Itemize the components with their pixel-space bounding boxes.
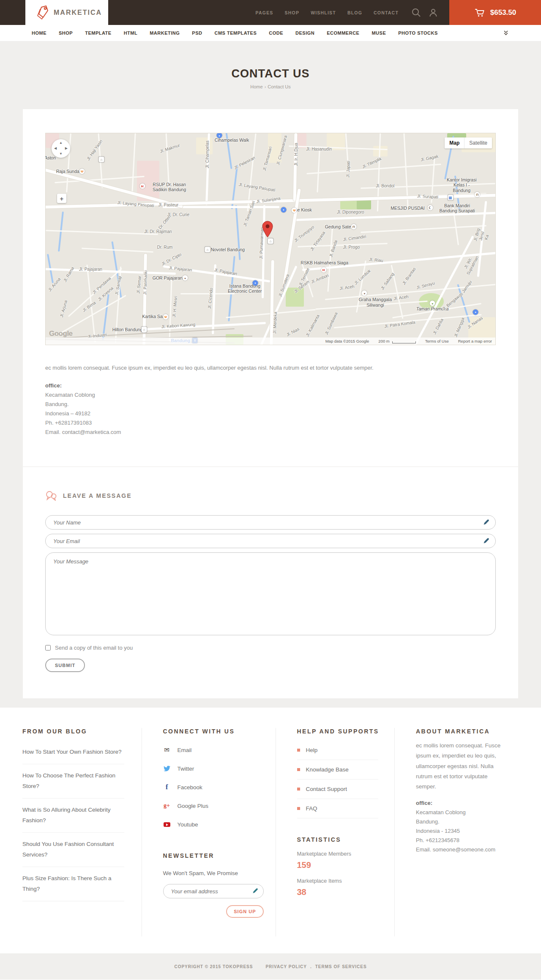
report-map-error-link[interactable]: Report a map error: [458, 339, 492, 343]
topnav-contact[interactable]: CONTACT: [374, 10, 399, 15]
message-textarea[interactable]: [45, 552, 496, 635]
map-label: Jl. Sabang: [380, 272, 395, 291]
restaurant-poi-icon: Ψ: [163, 314, 169, 320]
about-office-block: office: Kecamatan Coblong Bandung. Indon…: [416, 799, 507, 854]
leave-message-heading: LEAVE A MESSAGE: [45, 491, 496, 501]
breadcrumb-home[interactable]: Home: [250, 84, 262, 89]
privacy-policy-link[interactable]: PRIVACY POLICY: [265, 964, 307, 969]
menu-photo-stocks[interactable]: PHOTO STOCKS: [398, 30, 438, 36]
map-label: Jl. Bima: [82, 300, 97, 313]
shop-poi-icon: ●: [473, 309, 478, 315]
user-icon[interactable]: [428, 8, 438, 18]
map-label: Jl. H. Mesri: [172, 296, 178, 318]
google-map[interactable]: AstonRaja SundaJl. Haji YasinJl. MakmurJ…: [45, 133, 496, 345]
menu-design[interactable]: DESIGN: [295, 30, 314, 36]
square-bullet-icon: [297, 768, 300, 771]
google-plus-icon: g+: [163, 802, 171, 809]
menu-shop[interactable]: SHOP: [59, 30, 73, 36]
map-data-text: Map data ©2015 Google: [325, 339, 369, 343]
help-link[interactable]: Help: [297, 741, 378, 760]
send-copy-checkbox[interactable]: [45, 645, 51, 651]
blog-link[interactable]: Should You Use Fashion Consultant Servic…: [22, 833, 124, 867]
topnav-blog[interactable]: BLOG: [347, 10, 362, 15]
social-facebook[interactable]: f Facebook: [163, 778, 264, 796]
connect-heading: CONNECT WITH US: [163, 728, 264, 735]
cart-button[interactable]: $653.50: [449, 0, 541, 25]
map-label: Jl. Cihampelas: [205, 140, 210, 168]
map-label: Jl. Arjuna: [59, 300, 68, 318]
name-input[interactable]: [45, 515, 496, 530]
menu-cms-templates[interactable]: CMS TEMPLATES: [214, 30, 257, 36]
map-label: Jl. Brig Jend Ka: [473, 227, 491, 244]
office-line: Bandung.: [45, 400, 496, 409]
menu-ecommerce[interactable]: ECOMMERCE: [327, 30, 359, 36]
social-google-plus[interactable]: g+ Google Plus: [163, 796, 264, 815]
map-label: Dr. Otten: [157, 214, 172, 230]
sign-up-button[interactable]: SIGN UP: [226, 905, 263, 918]
pen-icon: [483, 538, 489, 546]
map-type-map-button[interactable]: Map: [445, 137, 464, 148]
pan-right-icon[interactable]: ▶: [65, 147, 68, 150]
blog-link[interactable]: What is So Alluring About Celebrity Fash…: [22, 799, 124, 833]
topnav-wishlist[interactable]: WISHLIST: [311, 10, 336, 15]
office-line: Email. contact@marketica.com: [45, 428, 496, 437]
topnav-pages[interactable]: PAGES: [256, 10, 273, 15]
copyright-text: COPYRIGHT © 2015 TOKOPRESS: [174, 964, 253, 969]
search-icon[interactable]: [411, 8, 421, 18]
menu-psd[interactable]: PSD: [192, 30, 202, 36]
menu-muse[interactable]: MUSE: [372, 30, 386, 36]
map-label: Jl. Pajajaran: [79, 267, 102, 272]
map-label: Jl. Aceh: [393, 294, 408, 302]
leave-message-title: LEAVE A MESSAGE: [63, 492, 132, 499]
newsletter-block: NEWSLETTER We Won't Spam, We Promise SIG…: [163, 852, 264, 898]
map-label: Jl. Serayu: [416, 280, 435, 290]
help-link[interactable]: Contact Support: [297, 780, 378, 799]
pan-left-icon[interactable]: ◀: [54, 147, 57, 150]
social-youtube[interactable]: Youtube: [163, 815, 264, 834]
map-label: Jl. Lombok: [353, 268, 372, 285]
newsletter-tagline: We Won't Spam, We Promise: [163, 870, 264, 876]
map-marker-pin[interactable]: [262, 221, 273, 239]
map-label: Jl. Dr. Rajiman: [144, 229, 172, 234]
twitter-icon: [163, 766, 171, 771]
map-label: RSUP Dr. Hasan Sadikin Bandung: [153, 182, 186, 192]
menu-html[interactable]: HTML: [124, 30, 138, 36]
help-link[interactable]: Knowladge Base: [297, 760, 378, 780]
hotel-poi-icon: ⌂: [205, 247, 210, 253]
social-email[interactable]: ✉ Email: [163, 741, 264, 759]
map-zoom-in-button[interactable]: +: [57, 194, 66, 203]
menu-marketing[interactable]: MARKETING: [150, 30, 180, 36]
menu-code[interactable]: CODE: [269, 30, 283, 36]
breadcrumb-current: Contact Us: [268, 84, 290, 89]
map-label: Jl. Sulanjana: [256, 196, 280, 204]
shop-poi-icon: ●: [281, 207, 286, 212]
terms-of-use-link[interactable]: Terms of Use: [425, 339, 449, 343]
submit-button[interactable]: SUBMIT: [45, 659, 85, 672]
map-label: Jl. Aceh: [339, 284, 355, 291]
help-link[interactable]: FAQ: [297, 799, 378, 818]
topnav-shop[interactable]: SHOP: [285, 10, 300, 15]
chevron-down-icon[interactable]: [503, 30, 509, 36]
pan-down-icon[interactable]: ▼: [59, 152, 63, 156]
menu-template[interactable]: TEMPLATE: [85, 30, 111, 36]
email-input[interactable]: [45, 534, 496, 548]
blog-link[interactable]: How To Start Your Own Fashion Store?: [22, 741, 124, 764]
dot-poi-icon: ●: [182, 275, 188, 280]
statistics-block: STATISTICS Marketplace Members 159 Marke…: [297, 836, 383, 897]
pan-up-icon[interactable]: ▲: [59, 141, 63, 145]
map-pan-control[interactable]: ▲ ▼ ◀ ▶: [52, 139, 70, 158]
menu-home[interactable]: HOME: [32, 30, 46, 36]
terms-of-services-link[interactable]: TERMS OF SERVICES: [315, 964, 367, 969]
blog-link[interactable]: How To Choose The Perfect Fashion Store?: [22, 764, 124, 799]
map-attribution: Map data ©2015 Google 200 m Terms of Use…: [46, 338, 495, 345]
about-heading: ABOUT MARKETICA: [416, 728, 507, 735]
about-text: ec mollis lorem consequat. Fusce ipsum e…: [416, 741, 507, 792]
blog-link[interactable]: Plus Size Fashion: Is There Such a Thing…: [22, 867, 124, 901]
social-twitter[interactable]: Twitter: [163, 759, 264, 778]
newsletter-email-input[interactable]: [163, 884, 264, 898]
map-type-satellite-button[interactable]: Satellite: [464, 137, 492, 148]
map-label: Jl. Cicendo: [207, 288, 214, 309]
logo[interactable]: MARKETICA: [25, 0, 108, 25]
map-label: Hilton Bandung: [112, 327, 143, 332]
map-label: Jl. Bondol: [376, 184, 394, 189]
